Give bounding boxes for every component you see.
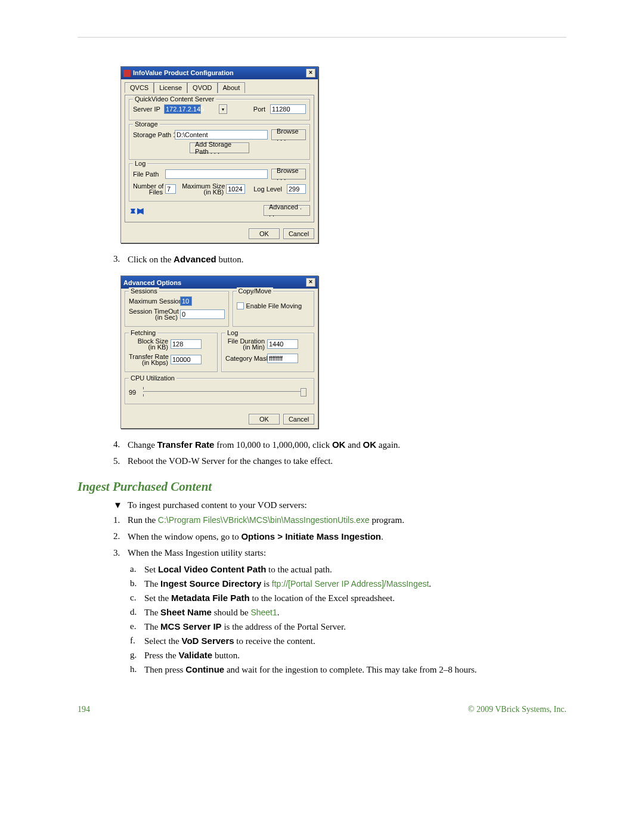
server-ip-dropdown[interactable]: ▼ bbox=[219, 104, 227, 114]
max-size-input[interactable]: 1024 bbox=[226, 184, 245, 194]
letter: e. bbox=[130, 621, 144, 632]
text: from 10,000 to 1,000,000, click bbox=[214, 440, 332, 450]
bold: Advanced bbox=[174, 254, 216, 264]
text: again. bbox=[376, 440, 400, 450]
triangle-icon: ▼ bbox=[113, 500, 128, 510]
cancel-button[interactable]: Cancel bbox=[283, 414, 314, 425]
dialog-titlebar: Advanced Options × bbox=[121, 276, 318, 289]
group-title: Copy/Move bbox=[237, 287, 274, 295]
letter: b. bbox=[130, 578, 144, 589]
port-input[interactable]: 11280 bbox=[270, 104, 306, 114]
server-ip-label: Server IP bbox=[133, 106, 162, 113]
text: and bbox=[345, 440, 363, 450]
close-icon[interactable]: × bbox=[306, 69, 315, 78]
step-number: 4. bbox=[113, 439, 128, 450]
code-path: C:\Program Files\VBrick\MCS\bin\MassInge… bbox=[158, 515, 370, 525]
text: program. bbox=[370, 515, 404, 525]
browse-log-button[interactable]: Browse . . . bbox=[271, 169, 306, 179]
advanced-button[interactable]: Advanced . . . bbox=[264, 205, 310, 216]
storage-path-input[interactable]: D:\Content bbox=[175, 130, 268, 140]
enable-file-moving-checkbox[interactable] bbox=[237, 302, 244, 309]
tabs: QVCS License QVOD About bbox=[125, 82, 314, 92]
num-files-input[interactable]: 7 bbox=[165, 184, 176, 194]
section-heading: Ingest Purchased Content bbox=[78, 479, 566, 494]
num-files-label2: Files bbox=[149, 188, 163, 196]
text: The bbox=[144, 622, 160, 631]
close-icon[interactable]: × bbox=[306, 278, 315, 287]
cpu-value: 99 bbox=[129, 389, 136, 396]
text: should be bbox=[212, 608, 250, 617]
timeout-input[interactable]: 0 bbox=[180, 309, 225, 319]
cancel-button[interactable]: Cancel bbox=[283, 228, 314, 239]
app-icon bbox=[123, 70, 131, 77]
text: The bbox=[144, 608, 160, 617]
text: to the actual path. bbox=[266, 565, 332, 574]
substep-b: b. The Ingest Source Directory is ftp://… bbox=[130, 578, 566, 589]
browse-storage-button[interactable]: Browse . . . bbox=[271, 129, 306, 140]
block-size-input[interactable]: 128 bbox=[171, 339, 202, 349]
group-title: QuickVideo Content Server bbox=[133, 95, 216, 103]
tab-license[interactable]: License bbox=[154, 82, 187, 93]
infovalue-config-dialog: InfoValue Product Configuration × QVCS L… bbox=[120, 66, 318, 243]
text: Press the bbox=[144, 651, 179, 660]
code-url: ftp://[Portal Server IP Address]/MassIng… bbox=[272, 579, 429, 589]
bold: OK bbox=[332, 439, 346, 450]
text: When the window opens, go to bbox=[128, 532, 241, 541]
step-number: 3. bbox=[113, 548, 128, 558]
file-path-label: File Path bbox=[133, 171, 163, 178]
text: . bbox=[429, 579, 431, 589]
group-fetching: Fetching Block Size (in KB) 128 Transfer… bbox=[125, 333, 218, 372]
substep-g: g. Press the Validate button. bbox=[130, 650, 566, 661]
tab-qvcs[interactable]: QVCS bbox=[125, 82, 154, 93]
intro-line: ▼ To ingest purchased content to your VO… bbox=[113, 500, 566, 510]
step-number: 5. bbox=[113, 456, 128, 466]
text: to receive the content. bbox=[234, 636, 315, 646]
group-title: Storage bbox=[133, 120, 160, 128]
tab-qvod[interactable]: QVOD bbox=[187, 82, 217, 93]
port-label: Port bbox=[253, 106, 265, 113]
tab-about[interactable]: About bbox=[218, 82, 246, 93]
text: Reboot the VOD-W Server for the changes … bbox=[128, 456, 566, 466]
log-level-input[interactable]: 299 bbox=[287, 184, 306, 194]
substep-f: f. Select the VoD Servers to receive the… bbox=[130, 636, 566, 646]
bold: Transfer Rate bbox=[157, 439, 215, 450]
step-number: 2. bbox=[113, 531, 128, 542]
file-path-input[interactable] bbox=[165, 169, 268, 179]
ok-button[interactable]: OK bbox=[249, 228, 280, 239]
ingest-step-1: 1. Run the C:\Program Files\VBrick\MCS\b… bbox=[113, 515, 566, 525]
text: to the location of the Excel spreadsheet… bbox=[250, 593, 395, 603]
bold: Ingest Source Directory bbox=[160, 578, 261, 589]
bold: Local Video Content Path bbox=[158, 564, 266, 574]
dialog-titlebar: InfoValue Product Configuration × bbox=[121, 67, 318, 79]
bold: Metadata File Path bbox=[171, 593, 250, 603]
block-size-label2: (in KB) bbox=[148, 343, 168, 351]
add-storage-path-button[interactable]: Add Storage Path . . . bbox=[190, 143, 249, 153]
text: Click on the bbox=[128, 255, 174, 264]
group-title: CPU Utilization bbox=[129, 374, 177, 382]
letter: f. bbox=[130, 636, 144, 646]
copyright: © 2009 VBrick Systems, Inc. bbox=[468, 705, 566, 714]
ok-button[interactable]: OK bbox=[249, 414, 280, 425]
file-duration-label2: (in Min) bbox=[243, 343, 265, 351]
step-5: 5. Reboot the VOD-W Server for the chang… bbox=[113, 456, 566, 466]
file-duration-input[interactable]: 1440 bbox=[267, 339, 298, 349]
advanced-options-dialog: Advanced Options × Sessions Maximum Sess… bbox=[120, 275, 318, 429]
max-sessions-input[interactable]: 10 bbox=[180, 296, 192, 306]
group-title: Fetching bbox=[129, 329, 157, 336]
dialog-title: Advanced Options bbox=[123, 279, 181, 286]
text: Set the bbox=[144, 593, 171, 603]
cpu-slider[interactable]: 99 bbox=[129, 383, 310, 400]
group-title: Sessions bbox=[129, 287, 159, 295]
text: When the Mass Ingestion utility starts: bbox=[128, 548, 566, 558]
group-storage: Storage Storage Path 1 D:\Content Browse… bbox=[129, 124, 310, 160]
text: Select the bbox=[144, 636, 181, 646]
substep-c: c. Set the Metadata File Path to the loc… bbox=[130, 593, 566, 603]
server-ip-input[interactable]: 172.17.2.145 bbox=[164, 104, 201, 114]
text: button. bbox=[216, 255, 244, 264]
ingest-step-2: 2. When the window opens, go to Options … bbox=[113, 531, 566, 542]
ingest-step-3: 3. When the Mass Ingestion utility start… bbox=[113, 548, 566, 558]
group-sessions: Sessions Maximum Sessions 10 Session Tim… bbox=[125, 291, 229, 327]
transfer-rate-input[interactable]: 10000 bbox=[171, 355, 202, 364]
text: and wait for the ingestion to complete. … bbox=[224, 665, 476, 674]
category-mask-input[interactable]: ffffffff bbox=[267, 354, 298, 363]
